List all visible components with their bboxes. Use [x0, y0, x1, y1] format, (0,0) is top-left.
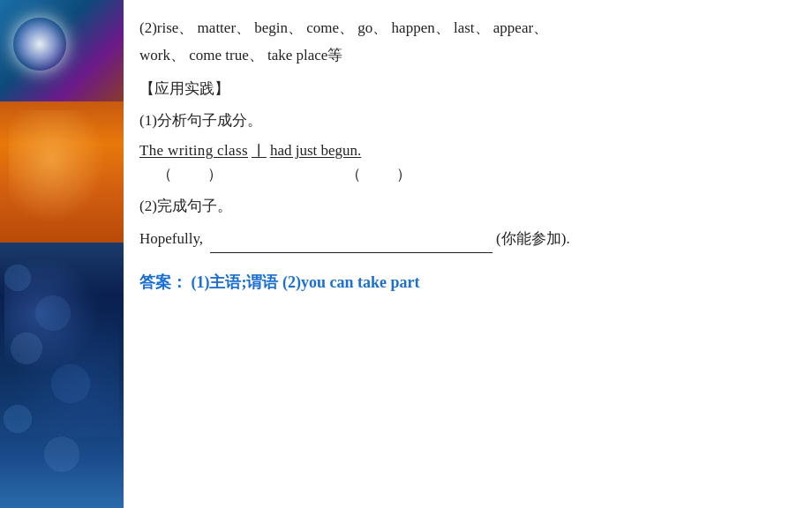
bracket-space-1 [172, 165, 207, 183]
predicate-text: had just begun [270, 142, 357, 160]
sentence-period: . [357, 142, 361, 160]
sidebar-top-image [0, 0, 124, 101]
bracket-open-2: （ [346, 164, 361, 184]
question2-label: (2)完成句子。 [139, 193, 786, 220]
section-label: 【应用实践】 [139, 76, 786, 103]
sidebar [0, 0, 124, 508]
sentence-divider-mark: ︱ [252, 140, 267, 161]
answer-line: 答案： (1)主语;谓语 (2)you can take part [139, 269, 786, 296]
fill-prefix: Hopefully, [139, 226, 203, 253]
sidebar-lower-image [0, 243, 124, 508]
main-content: (2)rise、 matter、 begin、 come、 go、 happen… [124, 0, 812, 508]
verb-list-line2: work、 come true、 take place等 [139, 43, 786, 69]
fill-blank-line: Hopefully, (你能参加). [139, 226, 786, 254]
question1-label: (1)分析句子成分。 [139, 108, 786, 135]
sidebar-mid-image [0, 101, 124, 243]
fill-blank-underline [210, 226, 492, 254]
answer-content: (1)主语;谓语 (2)you can take part [192, 273, 420, 291]
verb-list-line1: (2)rise、 matter、 begin、 come、 go、 happen… [139, 16, 786, 41]
brackets-line: （ ） （ ） [139, 164, 786, 184]
bracket-group-1: （ ） [157, 164, 222, 184]
bracket-space-2 [361, 165, 396, 183]
bracket-close-1: ） [207, 164, 222, 184]
example-sentence: The writing class ︱ had just begun . [139, 140, 786, 161]
bracket-group-2: （ ） [346, 164, 411, 184]
answer-label: 答案： [139, 273, 187, 291]
bracket-close-2: ） [396, 164, 411, 184]
bracket-open-1: （ [157, 164, 172, 184]
fill-suffix: (你能参加). [496, 226, 570, 253]
subject-text: The writing class [139, 142, 248, 160]
